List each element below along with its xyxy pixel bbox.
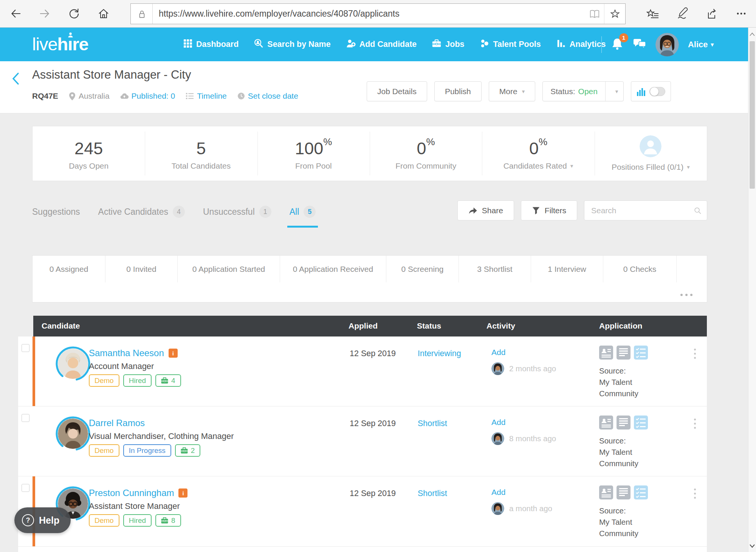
stage-application-received[interactable]: 0 Application Received (280, 256, 386, 282)
stat-candidates-rated[interactable]: 0% Candidates Rated▾ (482, 126, 594, 181)
job-details-button[interactable]: Job Details (367, 81, 427, 101)
browser-forward-icon[interactable] (38, 7, 51, 20)
url-text[interactable]: https://www.livehire.com/employer/vacanc… (153, 9, 585, 19)
livehire-logo[interactable]: livehıre (32, 34, 88, 54)
candidate-status[interactable]: Shortlist (418, 489, 447, 498)
row-checkbox[interactable] (22, 344, 29, 352)
more-button[interactable]: More▾ (489, 81, 535, 101)
candidate-status[interactable]: Shortlist (418, 419, 447, 428)
activity-row: 2 months ago (491, 362, 556, 375)
user-avatar[interactable] (655, 33, 679, 56)
stage-application-started[interactable]: 0 Application Started (178, 256, 280, 282)
status-caret-button[interactable]: ▾ (605, 82, 623, 101)
browser-back-icon[interactable] (9, 7, 23, 20)
candidate-name-link[interactable]: Darrel Ramos (89, 418, 145, 428)
checklist-icon[interactable] (634, 416, 648, 430)
activity-user-avatar (491, 502, 504, 515)
document-icon[interactable] (617, 485, 631, 499)
candidate-name-link[interactable]: Samantha Neeson (89, 348, 164, 358)
clock-icon (237, 92, 245, 100)
browser-menu-ellipsis-icon[interactable] (735, 6, 748, 21)
nav-item-talent-pools[interactable]: Talent Pools (480, 39, 541, 51)
resume-card-icon[interactable] (599, 485, 613, 499)
checklist-icon[interactable] (634, 346, 648, 360)
activity-add-link[interactable]: Add (491, 348, 505, 357)
page-scrollbar[interactable] (748, 28, 756, 552)
stage-checks[interactable]: 0 Checks (603, 256, 677, 282)
scrollbar-thumb[interactable] (750, 41, 755, 189)
tab-active-candidates[interactable]: Active Candidates4 (98, 206, 185, 218)
reading-view-icon[interactable] (585, 9, 604, 19)
scroll-up-icon[interactable] (748, 30, 756, 39)
resume-card-icon[interactable] (599, 416, 613, 430)
document-icon[interactable] (617, 416, 631, 430)
tab-suggestions[interactable]: Suggestions (32, 207, 80, 217)
row-menu-kebab-icon[interactable] (692, 417, 697, 430)
help-button[interactable]: ? Help (14, 507, 71, 533)
messages-chat-icon[interactable] (633, 37, 646, 52)
job-close-date[interactable]: Set close date (237, 91, 298, 101)
nav-item-analytics[interactable]: Analytics (556, 39, 606, 51)
candidate-status[interactable]: Interviewing (418, 349, 461, 358)
candidate-avatar[interactable] (56, 416, 90, 451)
browser-refresh-icon[interactable] (67, 7, 81, 20)
nav-item-search-by-name[interactable]: Search by Name (254, 39, 330, 51)
nav-item-dashboard[interactable]: Dashboard (183, 39, 239, 50)
tab-all[interactable]: All5 (290, 206, 316, 218)
status-dropdown[interactable]: Status: Open ▾ (542, 81, 624, 101)
search-box[interactable] (584, 200, 707, 220)
row-menu-kebab-icon[interactable] (692, 487, 697, 500)
job-timeline[interactable]: Timeline (186, 91, 227, 101)
document-icon[interactable] (617, 346, 631, 360)
publish-button[interactable]: Publish (434, 81, 482, 101)
tag-in-progress: In Progress (123, 444, 171, 457)
stage-shortlist[interactable]: 3 Shortlist (459, 256, 531, 282)
job-timeline-label[interactable]: Timeline (197, 91, 227, 101)
activity-add-link[interactable]: Add (491, 418, 505, 427)
activity-add-link[interactable]: Add (491, 488, 505, 497)
add-favorite-star-icon[interactable] (604, 4, 625, 24)
stage-interview[interactable]: 1 Interview (531, 256, 603, 282)
stage-invited[interactable]: 0 Invited (105, 256, 178, 282)
analytics-toggle-button[interactable] (631, 81, 671, 101)
stat-positions-filled[interactable]: Positions Filled (0/1)▾ (595, 126, 707, 181)
browser-toolbar-right (646, 6, 748, 21)
favorites-hub-icon[interactable] (646, 6, 659, 21)
back-chevron-icon[interactable] (11, 71, 20, 88)
share-button[interactable]: Share (457, 200, 514, 220)
share-icon[interactable] (705, 6, 718, 21)
checklist-icon[interactable] (634, 485, 648, 499)
filters-button[interactable]: Filters (521, 200, 577, 220)
job-published-label[interactable]: Published: 0 (132, 91, 175, 101)
tab-unsuccessful[interactable]: Unsuccessful1 (203, 206, 271, 218)
candidates-table: Candidate Applied Status Activity Applic… (18, 316, 707, 552)
web-note-pen-icon[interactable] (676, 6, 689, 21)
nav-item-add-candidate[interactable]: Add Candidate (346, 39, 417, 51)
search-input[interactable] (591, 206, 694, 215)
chevron-down-icon[interactable]: ▾ (570, 163, 573, 169)
candidate-avatar[interactable] (56, 346, 90, 381)
toggle-switch[interactable] (649, 87, 665, 96)
row-checkbox[interactable] (22, 414, 29, 422)
avatar-photo[interactable] (58, 349, 88, 379)
scroll-down-icon[interactable] (748, 541, 756, 550)
avatar-photo[interactable] (58, 419, 88, 449)
nav-label: Analytics (570, 40, 606, 49)
row-menu-kebab-icon[interactable] (692, 347, 697, 360)
stage-assigned[interactable]: 0 Assigned (33, 256, 105, 282)
nav-item-jobs[interactable]: Jobs (432, 39, 464, 51)
briefcase-icon (161, 377, 168, 384)
job-close-date-label[interactable]: Set close date (248, 91, 298, 101)
candidate-name-link[interactable]: Preston Cunningham (89, 488, 174, 498)
chevron-down-icon[interactable]: ▾ (687, 164, 690, 171)
pipeline-more-ellipsis-icon[interactable] (680, 294, 692, 296)
address-bar[interactable]: https://www.livehire.com/employer/vacanc… (130, 3, 626, 24)
resume-card-icon[interactable] (599, 346, 613, 360)
browser-home-icon[interactable] (97, 7, 110, 20)
job-published[interactable]: Published: 0 (120, 91, 175, 101)
user-menu[interactable]: Alice ▾ (688, 40, 714, 50)
tabs-row: Suggestions Active Candidates4 Unsuccess… (32, 200, 707, 227)
notifications-bell-icon[interactable]: 1 (611, 37, 624, 52)
row-checkbox[interactable] (22, 484, 29, 492)
stage-screening[interactable]: 0 Screening (386, 256, 459, 282)
